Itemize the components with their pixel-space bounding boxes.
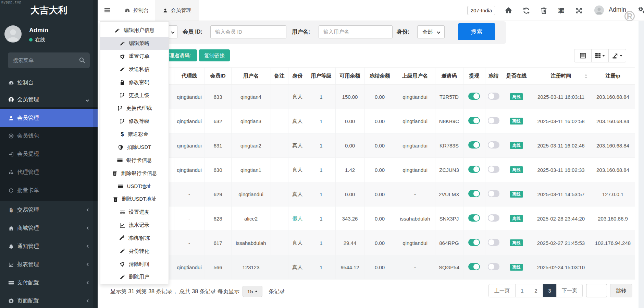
svg-text:A: A: [562, 9, 564, 12]
svg-text:文: 文: [558, 9, 562, 12]
